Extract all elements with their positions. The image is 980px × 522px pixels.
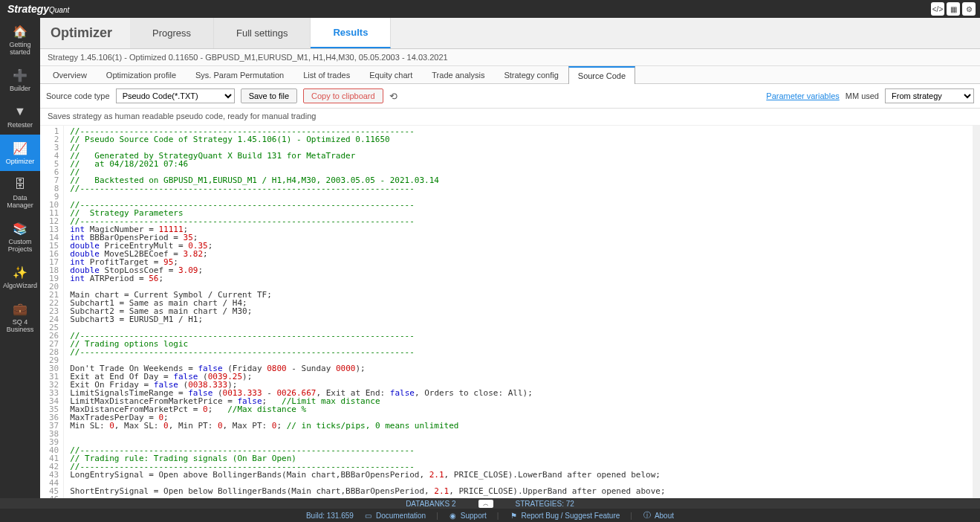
report-bug-link[interactable]: ⚑Report Bug / Suggest Feature: [509, 511, 620, 520]
gear-icon[interactable]: ⚙: [962, 2, 976, 16]
tab-full-settings[interactable]: Full settings: [214, 18, 311, 48]
tab-progress[interactable]: Progress: [130, 18, 214, 48]
build-label: Build: 131.659: [306, 512, 354, 520]
sidebar-item-retester-label: Retester: [7, 121, 33, 129]
subtab-sys-param-permutation[interactable]: Sys. Param Permutation: [186, 66, 293, 83]
about-link[interactable]: ⓘAbout: [643, 511, 674, 520]
sidebar-item-getting-started-label: Getting started: [9, 41, 30, 56]
sidebar-item-sq4business-icon: 💼: [13, 301, 27, 316]
topbar: StrategyQuant </> ▦ ⚙: [0, 0, 980, 18]
subtab-source-code[interactable]: Source Code: [568, 66, 635, 84]
source-type-select[interactable]: Pseudo Code(*.TXT): [116, 88, 235, 103]
databanks-label[interactable]: DATABANKS 2: [406, 500, 455, 508]
sidebar-item-builder-icon: ➕: [13, 68, 27, 83]
info-icon: ⓘ: [643, 511, 652, 520]
sidebar-item-data-manager[interactable]: 🗄Data Manager: [0, 171, 40, 215]
sidebar-item-optimizer-label: Optimizer: [6, 158, 35, 165]
sidebar-item-sq4business[interactable]: 💼SQ 4 Business: [0, 295, 40, 339]
page-title: Optimizer: [40, 18, 130, 48]
sidebar-item-custom-projects[interactable]: 📚Custom Projects: [0, 215, 40, 259]
sidebar-item-data-manager-icon: 🗄: [13, 177, 27, 192]
strategies-label[interactable]: STRATEGIES: 72: [516, 500, 574, 508]
sidebar-item-optimizer[interactable]: 📈Optimizer: [0, 135, 40, 171]
top-icons: </> ▦ ⚙: [931, 2, 976, 16]
mm-used-label: MM used: [846, 91, 879, 100]
line-gutter: 1234567891011121314151617181920212223242…: [40, 126, 64, 498]
sidebar-item-algowizard[interactable]: ✨AlgoWizard: [0, 259, 40, 295]
save-to-file-button[interactable]: Save to file: [241, 88, 297, 103]
flag-icon: ⚑: [509, 511, 518, 520]
sidebar-item-custom-projects-label: Custom Projects: [8, 238, 33, 253]
documentation-link[interactable]: ▭Documentation: [364, 511, 426, 520]
subtab-list-of-trades[interactable]: List of trades: [293, 66, 360, 83]
collapse-icon[interactable]: ︿: [478, 500, 493, 508]
bottom-bar: DATABANKS 2 ︿ STRATEGIES: 72 Build: 131.…: [0, 498, 980, 522]
support-icon: ◉: [449, 511, 458, 520]
book-icon: ▭: [364, 511, 373, 520]
mm-used-select[interactable]: From strategy: [885, 88, 974, 103]
grid-icon[interactable]: ▦: [947, 2, 960, 16]
sidebar-item-retester[interactable]: ▼Retester: [0, 98, 40, 135]
toolbar: Source code type Pseudo Code(*.TXT) Save…: [40, 84, 980, 109]
sidebar-item-sq4business-label: SQ 4 Business: [1, 318, 39, 333]
sidebar-item-retester-icon: ▼: [13, 104, 27, 119]
sidebar-item-custom-projects-icon: 📚: [13, 221, 27, 236]
subtab-trade-analysis[interactable]: Trade analysis: [422, 66, 494, 83]
parameter-variables-link[interactable]: Parameter variables: [766, 91, 839, 100]
refresh-icon[interactable]: ⟲: [389, 91, 397, 102]
sidebar-item-algowizard-icon: ✨: [13, 265, 27, 280]
tab-results[interactable]: Results: [311, 18, 391, 48]
sidebar-item-builder-label: Builder: [10, 85, 30, 92]
subtabs: OverviewOptimization profileSys. Param P…: [40, 66, 980, 84]
source-type-label: Source code type: [46, 91, 110, 100]
code-editor[interactable]: 1234567891011121314151617181920212223242…: [40, 126, 980, 498]
sidebar-item-algowizard-label: AlgoWizard: [3, 282, 37, 289]
subtab-strategy-config[interactable]: Strategy config: [494, 66, 568, 83]
sidebar: 🏠Getting started➕Builder▼Retester📈Optimi…: [0, 18, 40, 498]
scrollbar-vertical[interactable]: [973, 126, 980, 498]
header-tabs: Optimizer ProgressFull settingsResults: [40, 18, 980, 49]
description-text: Saves strategy as human readable pseudo …: [40, 109, 980, 126]
sidebar-item-builder[interactable]: ➕Builder: [0, 62, 40, 98]
code-content: //--------------------------------------…: [64, 126, 671, 498]
subtab-equity-chart[interactable]: Equity chart: [360, 66, 422, 83]
support-link[interactable]: ◉Support: [449, 511, 487, 520]
sidebar-item-data-manager-label: Data Manager: [1, 194, 39, 209]
sidebar-item-getting-started-icon: 🏠: [13, 24, 27, 39]
app-logo: StrategyQuant: [4, 3, 69, 15]
sidebar-item-optimizer-icon: 📈: [13, 141, 27, 155]
copy-to-clipboard-button[interactable]: Copy to clipboard: [303, 88, 383, 103]
breadcrumb: Strategy 1.45.106(1) - Optimized 0.11650…: [40, 49, 980, 66]
code-icon[interactable]: </>: [931, 2, 944, 16]
subtab-overview[interactable]: Overview: [43, 66, 97, 83]
sidebar-item-getting-started[interactable]: 🏠Getting started: [0, 18, 40, 62]
subtab-optimization-profile[interactable]: Optimization profile: [97, 66, 186, 83]
